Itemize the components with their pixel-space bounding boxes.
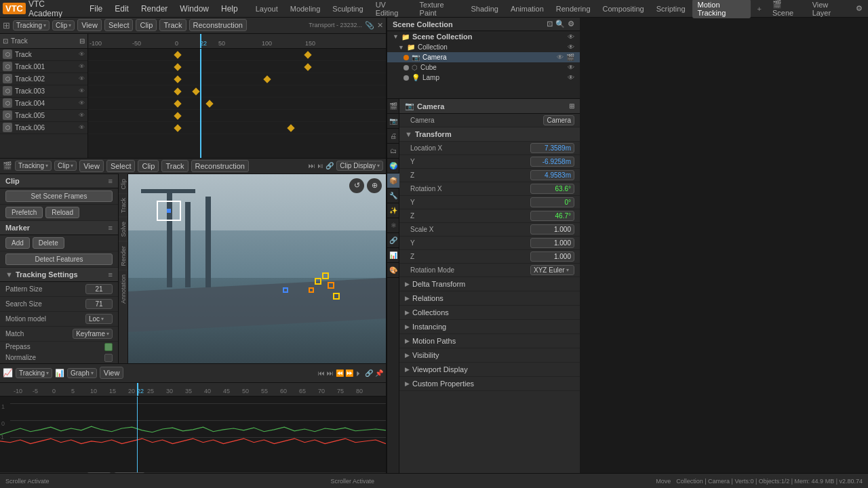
prop-expand-btn[interactable]: ⊞ — [569, 102, 574, 110]
track-vis-icon-2[interactable]: 👁 — [79, 75, 85, 82]
tracking-dropdown[interactable]: Tracking — [13, 20, 50, 30]
relations-section[interactable]: ▶ Relations — [399, 291, 580, 306]
prop-particles-icon[interactable]: ✨ — [387, 203, 399, 218]
track-vis-icon-4[interactable]: 👁 — [79, 100, 85, 106]
marker-section-header[interactable]: Marker ≡ — [0, 221, 118, 235]
sc-camera-vis[interactable]: 👁 — [557, 54, 564, 61]
motion-paths-section[interactable]: ▶ Motion Paths — [399, 334, 580, 348]
track-vis-icon-5[interactable]: 👁 — [79, 112, 85, 119]
sc-camera[interactable]: 📷 Camera 👁 🎬 — [387, 52, 580, 62]
ws-add[interactable]: + — [752, 3, 767, 14]
kf-0-0[interactable] — [174, 51, 181, 58]
menu-help[interactable]: Help — [216, 3, 243, 15]
track-vis-icon-0[interactable]: 👁 — [79, 51, 85, 58]
clip-btn[interactable]: Clip — [136, 19, 157, 31]
clip-track-btn[interactable]: Track — [161, 160, 188, 172]
detect-features-btn[interactable]: Detect Features — [5, 253, 113, 265]
close-transport-btn[interactable]: ✕ — [377, 21, 383, 30]
side-tab-solve[interactable]: Solve — [119, 217, 127, 241]
tracking-marker-5[interactable] — [333, 293, 340, 300]
kf-1-1[interactable] — [304, 63, 311, 70]
kf-6-0[interactable] — [174, 124, 181, 131]
sc-scene-collection[interactable]: ▼ 📁 Scene Collection 👁 — [387, 31, 580, 42]
ws-motion-tracking[interactable]: Motion Tracking — [692, 0, 751, 18]
graph-tracking-dropdown[interactable]: Tracking — [16, 368, 52, 378]
clip-display-btn[interactable]: Clip Display — [336, 161, 383, 171]
ws-sculpting[interactable]: Sculpting — [327, 3, 368, 14]
track-row-6[interactable]: ⬡ Track.006 👁 — [0, 122, 87, 134]
side-tab-clip[interactable]: Clip — [119, 174, 127, 194]
tracking-settings-header[interactable]: ▼ Tracking Settings ≡ — [0, 268, 118, 282]
reconstruction-btn[interactable]: Reconstruction — [189, 19, 247, 31]
sc-cube-vis[interactable]: 👁 — [568, 64, 574, 71]
ws-scripting[interactable]: Scripting — [651, 3, 691, 14]
graph-label[interactable]: Graph — [67, 368, 97, 378]
kf-1-0[interactable] — [174, 63, 181, 70]
transform-section[interactable]: ▼ Transform — [399, 127, 580, 142]
prop-material-icon[interactable]: 🎨 — [387, 263, 399, 278]
sc-lamp[interactable]: 💡 Lamp 👁 — [387, 73, 580, 83]
clip-zoom-btn[interactable]: ⊕ — [367, 178, 382, 193]
graph-view-btn[interactable]: View — [100, 367, 124, 379]
reload-btn[interactable]: Reload — [45, 207, 79, 218]
dopesheet-keys[interactable]: -100 -50 0 22 50 100 150 — [88, 34, 386, 158]
prop-scene-icon[interactable]: 🎬 — [387, 99, 399, 114]
kf-6-1[interactable] — [287, 124, 294, 131]
sc-search-icon[interactable]: 🔍 — [555, 20, 565, 28]
side-tab-annotation[interactable]: Annotation — [119, 270, 127, 308]
tracking-marker-2[interactable] — [322, 272, 329, 279]
add-marker-btn[interactable]: Add — [5, 237, 30, 249]
side-tab-render[interactable]: Render — [119, 241, 127, 270]
select-btn[interactable]: Select — [104, 19, 134, 31]
sc-cube[interactable]: ⬡ Cube 👁 — [387, 62, 580, 73]
sc-coll-vis[interactable]: 👁 — [568, 43, 574, 51]
tracking-marker-3[interactable] — [328, 282, 334, 289]
kf-4-1[interactable] — [205, 100, 213, 107]
clip-orbit-btn[interactable]: ↺ — [349, 178, 364, 193]
graph-content[interactable]: 1 0 -1 — [0, 396, 386, 473]
clip-section-header[interactable]: Clip ≡ — [0, 174, 118, 188]
track-row-2[interactable]: ⬡ Track.002 👁 — [0, 73, 87, 85]
prefetch-btn[interactable]: Prefetch — [5, 207, 43, 218]
ws-texture[interactable]: Texture Paint — [414, 0, 465, 18]
clip2-dropdown[interactable]: Clip — [54, 161, 77, 171]
normalize-checkbox[interactable] — [104, 354, 113, 362]
track-row-1[interactable]: ⬡ Track.001 👁 — [0, 61, 87, 73]
track-row-4[interactable]: ⬡ Track.004 👁 — [0, 98, 87, 110]
custom-properties-section[interactable]: ▶ Custom Properties — [399, 377, 580, 391]
prop-data-icon[interactable]: 📊 — [387, 248, 399, 263]
prop-object-icon[interactable]: 📦 — [387, 174, 399, 188]
clip-dropdown[interactable]: Clip — [52, 20, 75, 30]
delete-marker-btn[interactable]: Delete — [33, 237, 64, 249]
sc-settings-icon[interactable]: ⚙ — [568, 20, 574, 28]
tracking-marker-1[interactable] — [315, 278, 321, 285]
prop-render-icon[interactable]: 📷 — [387, 114, 399, 129]
prop-world-icon[interactable]: 🌍 — [387, 159, 399, 174]
track-vis-icon-6[interactable]: 👁 — [79, 124, 85, 131]
sc-camera-render[interactable]: 🎬 — [566, 54, 574, 61]
ws-modeling[interactable]: Modeling — [285, 3, 326, 14]
ws-uv[interactable]: UV Editing — [370, 0, 413, 18]
kf-2-1[interactable] — [263, 75, 271, 83]
prop-output-icon[interactable]: 🖨 — [387, 129, 399, 144]
scene-dropdown[interactable]: 🎬 Scene — [770, 0, 807, 18]
delta-transform-section[interactable]: ▶ Delta Transform — [399, 277, 580, 291]
set-scene-frames-btn[interactable]: Set Scene Frames — [5, 190, 113, 202]
side-tab-track[interactable]: Track — [119, 193, 127, 217]
visibility-section[interactable]: ▶ Visibility — [399, 348, 580, 363]
track-row-5[interactable]: ⬡ Track.005 👁 — [0, 110, 87, 122]
tracking-marker-4[interactable] — [309, 287, 314, 293]
sc-vis-icon[interactable]: 👁 — [568, 33, 574, 41]
instancing-section[interactable]: ▶ Instancing — [399, 320, 580, 334]
prepass-checkbox[interactable] — [104, 343, 113, 351]
track-vis-icon-3[interactable]: 👁 — [79, 87, 85, 94]
track-row-0[interactable]: ⬡ Track 👁 — [0, 49, 87, 61]
kf-5-0[interactable] — [174, 112, 181, 119]
clip-select-btn[interactable]: Select — [106, 160, 136, 172]
clip-view-btn[interactable]: View — [79, 160, 104, 172]
menu-file[interactable]: File — [84, 3, 108, 15]
settings-icon[interactable]: ⚙ — [853, 3, 865, 14]
sc-lamp-vis[interactable]: 👁 — [568, 74, 574, 81]
collections-section[interactable]: ▶ Collections — [399, 306, 580, 320]
track-btn[interactable]: Track — [159, 19, 186, 31]
